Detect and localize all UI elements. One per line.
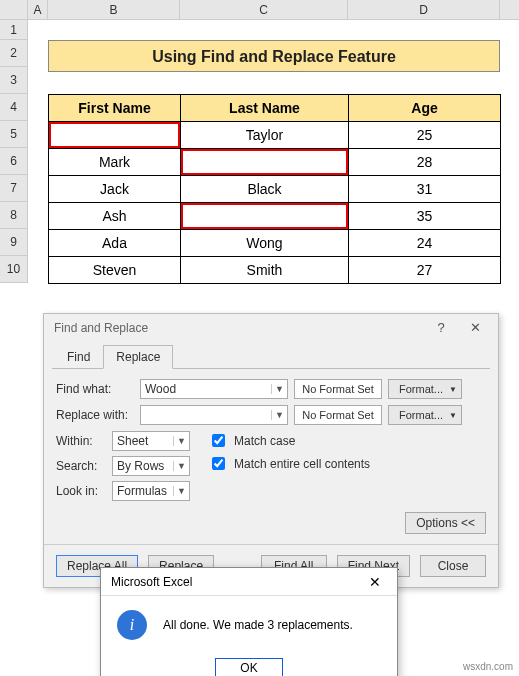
th-first[interactable]: First Name xyxy=(49,95,181,122)
row-header-7[interactable]: 7 xyxy=(0,175,28,202)
msgbox-text: All done. We made 3 replacements. xyxy=(163,618,353,632)
cell-d9[interactable]: 24 xyxy=(349,230,501,257)
row-header-5[interactable]: 5 xyxy=(0,121,28,148)
close-icon[interactable]: ✕ xyxy=(357,570,393,594)
within-label: Within: xyxy=(56,434,106,448)
options-button[interactable]: Options << xyxy=(405,512,486,534)
row-header-8[interactable]: 8 xyxy=(0,202,28,229)
tab-find[interactable]: Find xyxy=(54,345,103,369)
cell-c6[interactable] xyxy=(181,149,349,176)
find-what-input[interactable]: Wood ▼ xyxy=(140,379,288,399)
cell-d5[interactable]: 25 xyxy=(349,122,501,149)
message-box: Microsoft Excel ✕ i All done. We made 3 … xyxy=(100,567,398,676)
help-button[interactable]: ? xyxy=(424,317,458,339)
column-headers: A B C D xyxy=(0,0,519,20)
cell-b9[interactable]: Ada xyxy=(49,230,181,257)
cell-c9[interactable]: Wong xyxy=(181,230,349,257)
row-header-1[interactable]: 1 xyxy=(0,20,28,40)
cell-b5[interactable] xyxy=(49,122,181,149)
cell-b8[interactable]: Ash xyxy=(49,203,181,230)
search-label: Search: xyxy=(56,459,106,473)
row-header-3[interactable]: 3 xyxy=(0,67,28,94)
ok-button[interactable]: OK xyxy=(215,658,282,676)
row-header-6[interactable]: 6 xyxy=(0,148,28,175)
col-header-D[interactable]: D xyxy=(348,0,500,19)
replace-format-button[interactable]: Format...▼ xyxy=(388,405,462,425)
lookin-select[interactable]: Formulas▼ xyxy=(112,481,190,501)
watermark: wsxdn.com xyxy=(463,661,513,672)
find-replace-dialog: Find and Replace ? ✕ Find Replace Find w… xyxy=(43,313,499,588)
chevron-down-icon: ▼ xyxy=(449,385,457,394)
row-headers: 1 2 3 4 5 6 7 8 9 10 xyxy=(0,20,28,283)
replace-with-label: Replace with: xyxy=(56,408,134,422)
match-case-checkbox[interactable]: Match case xyxy=(208,431,370,450)
col-header-A[interactable]: A xyxy=(28,0,48,19)
tab-replace[interactable]: Replace xyxy=(103,345,173,369)
row-header-10[interactable]: 10 xyxy=(0,256,28,283)
cell-c7[interactable]: Black xyxy=(181,176,349,203)
th-last[interactable]: Last Name xyxy=(181,95,349,122)
cell-c10[interactable]: Smith xyxy=(181,257,349,284)
close-icon[interactable]: ✕ xyxy=(458,317,492,339)
find-format-preview: No Format Set xyxy=(294,379,382,399)
replace-with-input[interactable]: ▼ xyxy=(140,405,288,425)
cell-c5[interactable]: Taylor xyxy=(181,122,349,149)
find-what-label: Find what: xyxy=(56,382,134,396)
row-header-4[interactable]: 4 xyxy=(0,94,28,121)
search-select[interactable]: By Rows▼ xyxy=(112,456,190,476)
cell-c8[interactable] xyxy=(181,203,349,230)
cell-b10[interactable]: Steven xyxy=(49,257,181,284)
col-header-B[interactable]: B xyxy=(48,0,180,19)
col-header-C[interactable]: C xyxy=(180,0,348,19)
match-entire-checkbox[interactable]: Match entire cell contents xyxy=(208,454,370,473)
close-button[interactable]: Close xyxy=(420,555,486,577)
replace-format-preview: No Format Set xyxy=(294,405,382,425)
cell-d8[interactable]: 35 xyxy=(349,203,501,230)
select-all-corner[interactable] xyxy=(0,0,28,19)
row-header-2[interactable]: 2 xyxy=(0,40,28,67)
cell-b7[interactable]: Jack xyxy=(49,176,181,203)
lookin-label: Look in: xyxy=(56,484,106,498)
find-format-button[interactable]: Format...▼ xyxy=(388,379,462,399)
cell-d7[interactable]: 31 xyxy=(349,176,501,203)
chevron-down-icon[interactable]: ▼ xyxy=(271,410,287,420)
chevron-down-icon[interactable]: ▼ xyxy=(173,461,189,471)
page-title: Using Find and Replace Feature xyxy=(48,40,500,72)
msgbox-title: Microsoft Excel xyxy=(111,575,357,589)
data-table: First Name Last Name Age Taylor 25 Mark … xyxy=(48,94,501,284)
th-age[interactable]: Age xyxy=(349,95,501,122)
chevron-down-icon[interactable]: ▼ xyxy=(173,436,189,446)
within-select[interactable]: Sheet▼ xyxy=(112,431,190,451)
dialog-title: Find and Replace xyxy=(54,321,424,335)
cell-d6[interactable]: 28 xyxy=(349,149,501,176)
info-icon: i xyxy=(117,610,147,640)
cell-d10[interactable]: 27 xyxy=(349,257,501,284)
row-header-9[interactable]: 9 xyxy=(0,229,28,256)
chevron-down-icon[interactable]: ▼ xyxy=(271,384,287,394)
chevron-down-icon: ▼ xyxy=(449,411,457,420)
cell-b6[interactable]: Mark xyxy=(49,149,181,176)
chevron-down-icon[interactable]: ▼ xyxy=(173,486,189,496)
